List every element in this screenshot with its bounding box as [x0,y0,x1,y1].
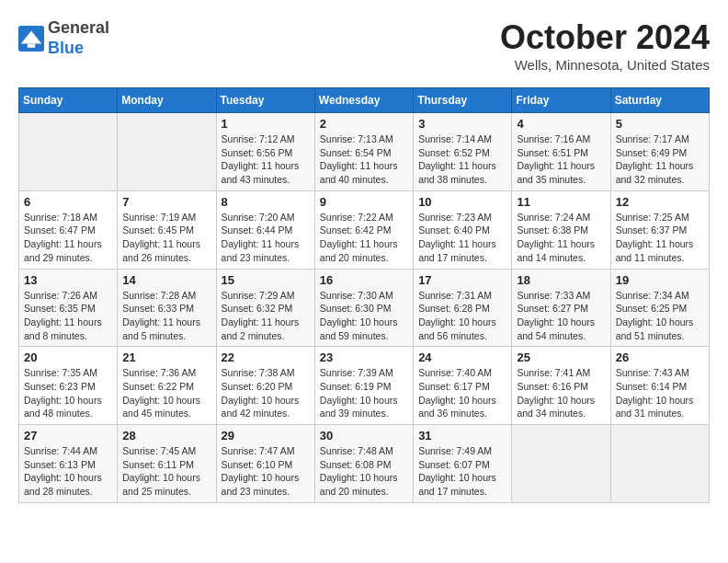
calendar-cell: 16Sunrise: 7:30 AMSunset: 6:30 PMDayligh… [314,269,413,347]
day-info: Sunrise: 7:36 AMSunset: 6:22 PMDaylight:… [122,366,210,420]
logo: General Blue [18,18,109,58]
calendar-cell: 14Sunrise: 7:28 AMSunset: 6:33 PMDayligh… [118,269,216,347]
day-info: Sunrise: 7:26 AMSunset: 6:35 PMDaylight:… [24,289,112,343]
day-number: 11 [517,195,605,209]
day-info: Sunrise: 7:47 AMSunset: 6:10 PMDaylight:… [222,444,310,499]
calendar-cell: 7Sunrise: 7:19 AMSunset: 6:45 PMDaylight… [118,190,216,269]
calendar-week-1: 1Sunrise: 7:12 AMSunset: 6:56 PMDaylight… [19,113,710,191]
calendar-cell: 6Sunrise: 7:18 AMSunset: 6:47 PMDaylight… [19,190,118,269]
weekday-header-wednesday: Wednesday [314,88,413,113]
day-info: Sunrise: 7:41 AMSunset: 6:16 PMDaylight:… [517,366,605,420]
day-info: Sunrise: 7:12 AMSunset: 6:56 PMDaylight:… [222,132,310,187]
calendar-cell: 26Sunrise: 7:43 AMSunset: 6:14 PMDayligh… [610,347,709,425]
calendar-cell: 10Sunrise: 7:23 AMSunset: 6:40 PMDayligh… [414,190,512,269]
day-number: 4 [517,117,605,131]
day-number: 30 [320,429,408,442]
weekday-header-friday: Friday [512,88,610,113]
calendar-cell [19,113,118,191]
calendar-cell: 30Sunrise: 7:48 AMSunset: 6:08 PMDayligh… [314,425,413,503]
day-number: 7 [122,195,210,209]
day-number: 26 [616,350,704,364]
day-info: Sunrise: 7:14 AMSunset: 6:52 PMDaylight:… [418,132,506,187]
day-info: Sunrise: 7:34 AMSunset: 6:25 PMDaylight:… [616,289,704,343]
day-number: 23 [320,350,408,364]
day-info: Sunrise: 7:20 AMSunset: 6:44 PMDaylight:… [222,211,310,265]
calendar-cell: 18Sunrise: 7:33 AMSunset: 6:27 PMDayligh… [512,269,610,347]
calendar-header-row: SundayMondayTuesdayWednesdayThursdayFrid… [19,88,710,113]
day-info: Sunrise: 7:19 AMSunset: 6:45 PMDaylight:… [122,211,210,265]
calendar-cell: 28Sunrise: 7:45 AMSunset: 6:11 PMDayligh… [118,425,216,503]
day-number: 24 [418,350,506,364]
calendar-cell [610,425,709,503]
day-info: Sunrise: 7:29 AMSunset: 6:32 PMDaylight:… [222,289,310,343]
calendar-cell: 24Sunrise: 7:40 AMSunset: 6:17 PMDayligh… [414,347,512,425]
calendar-cell: 25Sunrise: 7:41 AMSunset: 6:16 PMDayligh… [512,347,610,425]
day-number: 18 [517,273,605,287]
day-number: 20 [24,350,112,364]
calendar-cell: 12Sunrise: 7:25 AMSunset: 6:37 PMDayligh… [610,190,709,269]
day-info: Sunrise: 7:33 AMSunset: 6:27 PMDaylight:… [517,289,605,343]
location: Wells, Minnesota, United States [500,57,710,73]
day-info: Sunrise: 7:40 AMSunset: 6:17 PMDaylight:… [418,366,506,420]
logo-blue: Blue [48,39,84,57]
day-number: 13 [24,273,112,287]
day-number: 22 [222,350,310,364]
day-info: Sunrise: 7:17 AMSunset: 6:49 PMDaylight:… [616,132,704,187]
day-info: Sunrise: 7:44 AMSunset: 6:13 PMDaylight:… [24,444,112,499]
day-info: Sunrise: 7:30 AMSunset: 6:30 PMDaylight:… [320,289,408,343]
day-number: 1 [222,117,310,131]
logo-icon [18,26,44,52]
weekday-header-monday: Monday [118,88,216,113]
calendar-cell: 31Sunrise: 7:49 AMSunset: 6:07 PMDayligh… [414,425,512,503]
calendar-week-5: 27Sunrise: 7:44 AMSunset: 6:13 PMDayligh… [19,425,710,503]
weekday-header-sunday: Sunday [19,88,118,113]
month-title: October 2024 [500,18,710,57]
calendar-week-2: 6Sunrise: 7:18 AMSunset: 6:47 PMDaylight… [19,190,710,269]
day-number: 17 [418,273,506,287]
day-number: 6 [24,195,112,209]
calendar-cell: 15Sunrise: 7:29 AMSunset: 6:32 PMDayligh… [216,269,314,347]
day-info: Sunrise: 7:23 AMSunset: 6:40 PMDaylight:… [418,211,506,265]
day-info: Sunrise: 7:13 AMSunset: 6:54 PMDaylight:… [320,132,408,187]
day-info: Sunrise: 7:39 AMSunset: 6:19 PMDaylight:… [320,366,408,420]
day-info: Sunrise: 7:35 AMSunset: 6:23 PMDaylight:… [24,366,112,420]
calendar-cell: 1Sunrise: 7:12 AMSunset: 6:56 PMDaylight… [216,113,314,191]
calendar-cell: 20Sunrise: 7:35 AMSunset: 6:23 PMDayligh… [19,347,118,425]
calendar-cell: 13Sunrise: 7:26 AMSunset: 6:35 PMDayligh… [19,269,118,347]
day-info: Sunrise: 7:16 AMSunset: 6:51 PMDaylight:… [517,132,605,187]
weekday-header-saturday: Saturday [610,88,709,113]
calendar-cell: 22Sunrise: 7:38 AMSunset: 6:20 PMDayligh… [216,347,314,425]
day-number: 29 [222,429,310,442]
logo-text: General Blue [48,18,109,58]
day-number: 27 [24,429,112,442]
calendar-cell: 8Sunrise: 7:20 AMSunset: 6:44 PMDaylight… [216,190,314,269]
day-number: 14 [122,273,210,287]
day-number: 31 [418,429,506,442]
calendar-cell: 3Sunrise: 7:14 AMSunset: 6:52 PMDaylight… [414,113,512,191]
calendar-cell: 29Sunrise: 7:47 AMSunset: 6:10 PMDayligh… [216,425,314,503]
calendar-cell: 9Sunrise: 7:22 AMSunset: 6:42 PMDaylight… [314,190,413,269]
day-number: 8 [222,195,310,209]
day-number: 28 [122,429,210,442]
day-info: Sunrise: 7:28 AMSunset: 6:33 PMDaylight:… [122,289,210,343]
day-info: Sunrise: 7:49 AMSunset: 6:07 PMDaylight:… [418,444,506,499]
calendar-cell: 2Sunrise: 7:13 AMSunset: 6:54 PMDaylight… [314,113,413,191]
day-number: 19 [616,273,704,287]
day-number: 21 [122,350,210,364]
calendar-cell: 21Sunrise: 7:36 AMSunset: 6:22 PMDayligh… [118,347,216,425]
day-info: Sunrise: 7:24 AMSunset: 6:38 PMDaylight:… [517,211,605,265]
calendar-cell [118,113,216,191]
calendar-cell: 11Sunrise: 7:24 AMSunset: 6:38 PMDayligh… [512,190,610,269]
calendar-cell: 17Sunrise: 7:31 AMSunset: 6:28 PMDayligh… [414,269,512,347]
day-info: Sunrise: 7:48 AMSunset: 6:08 PMDaylight:… [320,444,408,499]
calendar-cell: 4Sunrise: 7:16 AMSunset: 6:51 PMDaylight… [512,113,610,191]
day-info: Sunrise: 7:38 AMSunset: 6:20 PMDaylight:… [222,366,310,420]
day-number: 12 [616,195,704,209]
day-number: 2 [320,117,408,131]
day-info: Sunrise: 7:18 AMSunset: 6:47 PMDaylight:… [24,211,112,265]
day-info: Sunrise: 7:45 AMSunset: 6:11 PMDaylight:… [122,444,210,499]
day-info: Sunrise: 7:25 AMSunset: 6:37 PMDaylight:… [616,211,704,265]
calendar-cell: 19Sunrise: 7:34 AMSunset: 6:25 PMDayligh… [610,269,709,347]
calendar-table: SundayMondayTuesdayWednesdayThursdayFrid… [18,87,710,503]
calendar-cell: 27Sunrise: 7:44 AMSunset: 6:13 PMDayligh… [19,425,118,503]
